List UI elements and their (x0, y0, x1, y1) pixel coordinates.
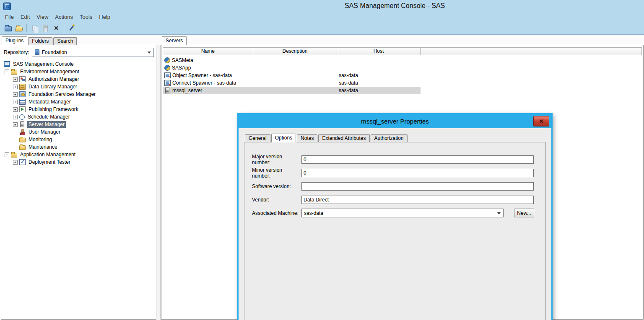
open-folder-icon (15, 27, 23, 31)
major-version-number-input[interactable]: 0 (301, 155, 534, 164)
tab-search[interactable]: Search (53, 37, 77, 45)
menu-file[interactable]: File (2, 13, 17, 21)
toolbar-separator (64, 24, 64, 32)
tab-notes[interactable]: Notes (297, 134, 317, 142)
tree-item[interactable]: +Schedule Manager (1, 113, 156, 121)
column-header-filler (421, 47, 642, 55)
tree-item[interactable]: Maintenance (1, 143, 156, 151)
repository-select[interactable]: Foundation (32, 48, 154, 57)
tab-extended-attributes[interactable]: Extended Attributes (318, 134, 369, 142)
column-header-description[interactable]: Description (253, 47, 337, 55)
tree-item[interactable]: -Application Management (1, 151, 156, 158)
minor-version-number-input[interactable]: 0 (301, 169, 534, 177)
server-table-header: NameDescriptionHost (163, 47, 642, 55)
delete-button[interactable] (51, 23, 62, 33)
tab-folders[interactable]: Folders (28, 37, 52, 45)
dialog-content: Major version number:0Minor version numb… (244, 142, 546, 320)
expand-icon[interactable]: + (13, 107, 18, 112)
expand-icon[interactable]: + (13, 85, 18, 89)
chevron-down-icon (148, 52, 151, 54)
tab-authorization[interactable]: Authorization (371, 134, 408, 142)
plugin-tree: SAS Management Console-Environment Manag… (1, 59, 156, 166)
server-name: Connect Spawner - sas-data (172, 80, 236, 86)
copy-button[interactable] (29, 23, 40, 33)
plugins-panel: Repository: Foundation SAS Management Co… (1, 45, 156, 320)
tree-item[interactable]: -Environment Management (1, 68, 156, 75)
table-row[interactable]: Connect Spawner - sas-datasas-data (163, 79, 421, 87)
panel-splitter[interactable] (157, 45, 161, 320)
tree-item-label: Foundation Services Manager (27, 91, 97, 98)
tree-item-label: Application Management (19, 151, 77, 158)
tree-item[interactable]: +Foundation Services Manager (1, 90, 156, 98)
app-icon (3, 3, 11, 10)
user-icon (19, 129, 26, 135)
description-cell (253, 72, 337, 79)
tab-plug-ins[interactable]: Plug-ins (2, 36, 27, 45)
open-folder-button[interactable] (13, 23, 24, 33)
repository-value: Foundation (42, 49, 67, 55)
menu-help[interactable]: Help (96, 13, 114, 21)
foundation-icon (19, 91, 26, 97)
expand-icon[interactable]: + (13, 77, 18, 82)
menubar: FileEditViewActionsToolsHelp (0, 13, 644, 22)
deploy-icon (19, 159, 26, 165)
associated-machine-select[interactable]: sas-data (301, 209, 504, 217)
host-cell: sas-data (337, 79, 421, 87)
column-header-host[interactable]: Host (337, 47, 421, 55)
tree-item[interactable]: SAS Management Console (1, 60, 156, 68)
menu-edit[interactable]: Edit (17, 13, 33, 21)
tree-item[interactable]: +Deployment Tester (1, 158, 156, 166)
table-row[interactable]: mssql_serversas-data (163, 87, 421, 94)
collapse-icon[interactable]: - (5, 152, 9, 157)
menu-view[interactable]: View (33, 13, 52, 21)
new-button[interactable]: New... (514, 209, 534, 217)
schedule-icon (19, 114, 25, 120)
tree-item[interactable]: +Metadata Manager (1, 98, 156, 106)
expand-icon[interactable]: + (13, 160, 18, 165)
tree-item[interactable]: +Data Library Manager (1, 83, 156, 90)
form-row: Software version: (252, 182, 545, 191)
tab-options[interactable]: Options (271, 134, 296, 142)
tree-item-label: Environment Management (19, 68, 80, 75)
field-label: Vendor: (252, 197, 301, 203)
table-row[interactable]: SASMeta (163, 57, 421, 64)
name-cell: Object Spawner - sas-data (163, 72, 253, 79)
column-header-name[interactable]: Name (163, 47, 253, 55)
expand-icon[interactable]: + (13, 92, 18, 97)
tab-general[interactable]: General (245, 134, 270, 142)
table-row[interactable]: Object Spawner - sas-datasas-data (163, 72, 421, 79)
description-cell (253, 79, 337, 87)
tree-item[interactable]: +Server Manager (1, 121, 156, 128)
tree-item[interactable]: User Manager (1, 128, 156, 136)
vendor-input[interactable]: Data Direct (301, 196, 534, 204)
expand-icon[interactable]: + (13, 122, 18, 127)
tree-item-label: Authorization Manager (27, 76, 80, 83)
tree-item[interactable]: +Publishing Framework (1, 106, 156, 113)
software-version-input[interactable] (301, 182, 534, 191)
tab-servers[interactable]: Servers (162, 36, 187, 45)
dialog-titlebar[interactable]: mssql_server Properties ✕ (239, 114, 551, 128)
menu-tools[interactable]: Tools (76, 13, 96, 21)
tree-item[interactable]: Monitoring (1, 136, 156, 143)
table-row[interactable]: SASApp (163, 64, 421, 72)
field-label: Software version: (252, 183, 301, 189)
collapse-icon[interactable]: - (5, 70, 9, 74)
magic-wand-button[interactable] (66, 23, 77, 33)
expand-icon[interactable]: + (13, 100, 18, 104)
new-folder-button[interactable] (3, 23, 13, 33)
expand-icon[interactable]: + (13, 115, 18, 119)
left-panel: Plug-insFoldersSearch Repository: Founda… (1, 36, 156, 320)
form-row: Minor version number:0 (252, 168, 545, 177)
paste-icon (43, 26, 48, 31)
folder-icon (11, 70, 17, 75)
tree-item[interactable]: +Authorization Manager (1, 75, 156, 83)
name-cell: mssql_server (163, 87, 253, 94)
close-button[interactable]: ✕ (533, 116, 549, 126)
form-row: Vendor:Data Direct (252, 195, 545, 204)
paste-button[interactable] (40, 23, 51, 33)
app-window: SAS Management Console - SAS FileEditVie… (0, 0, 644, 320)
description-cell (253, 64, 337, 72)
tree-item-label: Monitoring (27, 136, 53, 143)
menu-actions[interactable]: Actions (52, 13, 76, 21)
metadata-icon (19, 99, 26, 105)
